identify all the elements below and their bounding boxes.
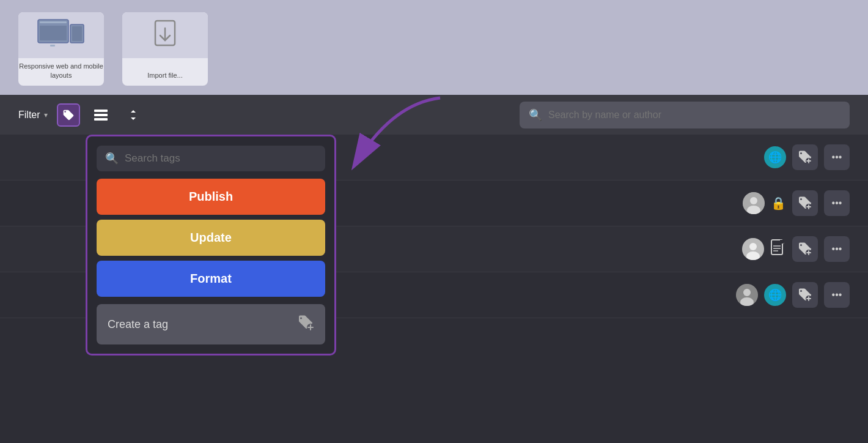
ellipsis-icon: ••• [832, 289, 842, 300]
search-tags-input[interactable] [125, 152, 317, 165]
svg-rect-3 [40, 26, 67, 40]
filter-button[interactable]: Filter ▾ [18, 110, 48, 121]
search-tags-icon: 🔍 [105, 152, 119, 165]
more-options-button[interactable]: ••• [824, 144, 850, 170]
globe-icon: 🌐 [764, 146, 786, 168]
update-tag-button[interactable]: Update [97, 220, 325, 256]
sort-button[interactable] [122, 103, 145, 127]
create-tag-button[interactable]: Create a tag [97, 304, 325, 344]
tag-plus-icon [798, 196, 812, 210]
add-tag-button[interactable] [792, 282, 818, 308]
ellipsis-icon: ••• [832, 244, 842, 255]
toolbar-wrapper: Filter ▾ 🔍 [0, 95, 868, 135]
list-view-icon [93, 107, 109, 123]
svg-rect-28 [780, 240, 784, 244]
tag-icon [62, 109, 75, 121]
more-options-button[interactable]: ••• [824, 236, 850, 262]
import-icon [150, 18, 180, 52]
tag-filter-button[interactable] [57, 103, 80, 127]
svg-rect-9 [94, 110, 108, 112]
svg-rect-10 [94, 114, 108, 116]
publish-tag-button[interactable]: Publish [97, 179, 325, 215]
search-icon: 🔍 [529, 108, 542, 122]
list-view-button[interactable] [89, 103, 112, 127]
import-card-label: Import file... [147, 71, 182, 80]
tags-dropdown-panel: 🔍 Publish Update Format Create a tag [86, 135, 336, 356]
more-options-button[interactable]: ••• [824, 282, 850, 308]
search-container: 🔍 [520, 102, 850, 128]
lock-icon: 🔒 [771, 196, 786, 210]
sort-icon [126, 108, 141, 122]
more-options-button[interactable]: ••• [824, 190, 850, 216]
create-tag-icon [297, 314, 314, 335]
svg-rect-5 [50, 45, 55, 47]
svg-rect-4 [72, 26, 82, 41]
person-icon [736, 284, 758, 306]
doc-svg [770, 239, 786, 257]
svg-point-19 [750, 197, 757, 204]
search-input[interactable] [548, 110, 840, 121]
person-icon [742, 238, 764, 260]
filter-label: Filter [18, 110, 40, 121]
svg-rect-11 [94, 118, 108, 121]
ellipsis-icon: ••• [832, 152, 842, 163]
add-tag-button[interactable] [792, 144, 818, 170]
document-icon [770, 239, 786, 260]
person-icon [743, 192, 765, 214]
template-card-import[interactable]: Import file... [122, 12, 208, 86]
tag-plus-icon [798, 151, 812, 164]
add-tag-button[interactable] [792, 236, 818, 262]
chevron-down-icon: ▾ [44, 111, 48, 119]
avatar [743, 192, 765, 214]
responsive-card-label: Responsive web and mobile layouts [18, 62, 104, 80]
top-area: Responsive web and mobile layouts Import… [0, 0, 868, 95]
add-tag-button[interactable] [792, 190, 818, 216]
svg-rect-2 [40, 21, 67, 23]
avatar [736, 284, 758, 306]
avatar [742, 238, 764, 260]
search-tags-row: 🔍 [97, 146, 325, 171]
globe-icon-2: 🌐 [764, 284, 786, 306]
ellipsis-icon: ••• [832, 198, 842, 209]
template-card-responsive[interactable]: Responsive web and mobile layouts [18, 12, 104, 86]
svg-point-25 [749, 243, 757, 250]
svg-point-36 [743, 289, 751, 296]
tag-plus-icon [798, 288, 812, 302]
toolbar-row: Filter ▾ 🔍 [0, 95, 868, 135]
format-tag-button[interactable]: Format [97, 261, 325, 297]
tag-plus-icon [798, 242, 812, 256]
